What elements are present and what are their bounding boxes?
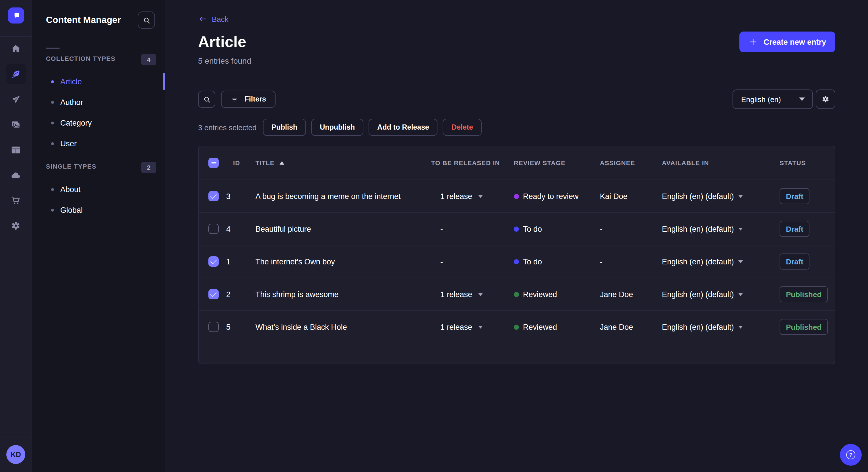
row-checkbox[interactable] — [208, 191, 219, 201]
status-badge: Draft — [780, 188, 810, 204]
bullet-icon — [51, 80, 54, 83]
row-checkbox[interactable] — [208, 322, 219, 332]
entries-count: 5 entries found — [198, 56, 251, 65]
table-row[interactable]: 5What's inside a Black Hole1 releaseRevi… — [198, 310, 835, 343]
table-row[interactable]: 4Beautiful picture-To do-English (en) (d… — [198, 212, 835, 245]
sidebar-search-button[interactable] — [138, 11, 155, 29]
nav-settings-gear-icon[interactable] — [5, 215, 26, 236]
sidebar-item-label: Article — [60, 77, 82, 86]
locale-value: English (en) (default) — [662, 323, 734, 331]
cell-available-in[interactable]: English (en) (default) — [653, 257, 780, 266]
stage-label: Ready to review — [523, 192, 579, 200]
nav-home-icon[interactable] — [5, 38, 26, 59]
locale-value: English (en) (default) — [662, 225, 734, 233]
nav-content-type-builder-icon[interactable] — [5, 139, 26, 160]
rail-user-section: KD — [0, 438, 32, 472]
nav-cloud-icon[interactable] — [5, 165, 26, 185]
select-all-checkbox[interactable] — [208, 158, 219, 168]
cell-title: Beautiful picture — [255, 225, 431, 233]
arrow-left-icon — [198, 14, 207, 24]
sidebar-item-user[interactable]: User — [46, 133, 149, 154]
bullet-icon — [51, 188, 54, 191]
nav-content-manager-feather-icon[interactable] — [5, 64, 26, 84]
column-header-assignee[interactable]: ASSIGNEE — [600, 160, 653, 166]
column-header-title[interactable]: TITLE — [255, 160, 431, 166]
cell-to-be-released-in[interactable]: 1 release — [431, 290, 514, 299]
nav-send-plane-icon[interactable] — [5, 89, 26, 109]
sidebar-item-author[interactable]: Author — [46, 92, 149, 112]
add-to-release-button[interactable]: Add to Release — [369, 119, 438, 136]
chevron-down-icon — [739, 260, 743, 263]
selection-count-label: 3 entries selected — [198, 123, 257, 132]
cell-status: Draft — [780, 188, 835, 204]
column-header-review-stage[interactable]: REVIEW STAGE — [514, 160, 600, 166]
column-header-status[interactable]: STATUS — [780, 160, 835, 166]
cell-available-in[interactable]: English (en) (default) — [653, 192, 780, 200]
table-search-button[interactable] — [198, 91, 215, 108]
question-mark-icon: ? — [846, 450, 856, 460]
chevron-down-icon — [739, 326, 743, 328]
cell-available-in[interactable]: English (en) (default) — [653, 290, 780, 299]
main-content: Back Article 5 entries found Create new … — [165, 0, 868, 472]
status-badge: Draft — [780, 221, 810, 237]
table-row[interactable]: 2This shrimp is awesome1 releaseReviewed… — [198, 278, 835, 310]
collection-types-count-badge: 4 — [141, 54, 156, 65]
stage-dot-icon — [514, 292, 519, 297]
cell-to-be-released-in[interactable]: 1 release — [431, 323, 514, 331]
create-new-entry-button[interactable]: Create new entry — [739, 32, 835, 52]
chevron-down-icon — [478, 195, 483, 198]
table-row[interactable]: 1The internet's Own boy-To do-English (e… — [198, 245, 835, 278]
nav-media-library-icon[interactable] — [5, 114, 26, 135]
cell-status: Draft — [780, 254, 835, 270]
cell-to-be-released-in[interactable]: 1 release — [431, 192, 514, 200]
locale-value: English (en) (default) — [662, 192, 734, 200]
nav-marketplace-cart-icon[interactable] — [5, 190, 26, 210]
row-checkbox[interactable] — [208, 289, 219, 299]
page-title: Article — [198, 33, 246, 51]
cell-review-stage: Reviewed — [514, 290, 600, 299]
unpublish-button[interactable]: Unpublish — [311, 119, 363, 136]
cell-available-in[interactable]: English (en) (default) — [653, 323, 780, 331]
user-avatar[interactable]: KD — [6, 445, 25, 464]
sidebar-item-about[interactable]: About — [46, 179, 149, 200]
stage-dot-icon — [514, 324, 519, 330]
entries-table: ID TITLE TO BE RELEASED IN REVIEW STAGE … — [198, 146, 835, 364]
publish-button[interactable]: Publish — [263, 119, 306, 136]
sidebar-item-global[interactable]: Global — [46, 200, 149, 220]
column-header-available-in[interactable]: AVAILABLE IN — [653, 160, 780, 166]
row-checkbox[interactable] — [208, 256, 219, 267]
stage-dot-icon — [514, 259, 519, 264]
status-badge: Published — [780, 286, 828, 302]
help-button[interactable]: ? — [840, 444, 862, 466]
cell-assignee: Kai Doe — [600, 192, 653, 200]
column-header-to-be-released-in[interactable]: TO BE RELEASED IN — [431, 160, 514, 166]
view-settings-button[interactable] — [816, 90, 835, 109]
filters-label: Filters — [245, 95, 266, 103]
table-row[interactable]: 3A bug is becoming a meme on the interne… — [198, 179, 835, 212]
status-badge: Draft — [780, 254, 810, 270]
sidebar-item-article[interactable]: Article — [46, 71, 149, 92]
cell-to-be-released-in: - — [431, 225, 514, 233]
row-checkbox[interactable] — [208, 224, 219, 234]
stage-label: To do — [523, 257, 542, 266]
cell-status: Published — [780, 286, 835, 302]
stage-dot-icon — [514, 194, 519, 199]
cell-available-in[interactable]: English (en) (default) — [653, 225, 780, 233]
sidebar-item-label: Author — [60, 98, 83, 106]
filters-button[interactable]: Filters — [221, 91, 275, 108]
row-checkbox-cell — [198, 322, 226, 332]
search-icon — [142, 16, 151, 24]
bullet-icon — [51, 121, 54, 124]
delete-button[interactable]: Delete — [443, 119, 482, 136]
release-value: - — [440, 225, 443, 233]
back-link[interactable]: Back — [198, 14, 228, 24]
stage-label: To do — [523, 225, 542, 233]
locale-select[interactable]: English (en) — [733, 90, 813, 109]
cell-review-stage: Ready to review — [514, 192, 600, 200]
column-header-id[interactable]: ID — [226, 160, 255, 166]
strapi-logo[interactable] — [8, 7, 24, 24]
single-types-count-badge: 2 — [141, 162, 156, 173]
table-header-row: ID TITLE TO BE RELEASED IN REVIEW STAGE … — [198, 146, 835, 179]
row-checkbox-cell — [198, 256, 226, 267]
sidebar-item-category[interactable]: Category — [46, 112, 149, 133]
